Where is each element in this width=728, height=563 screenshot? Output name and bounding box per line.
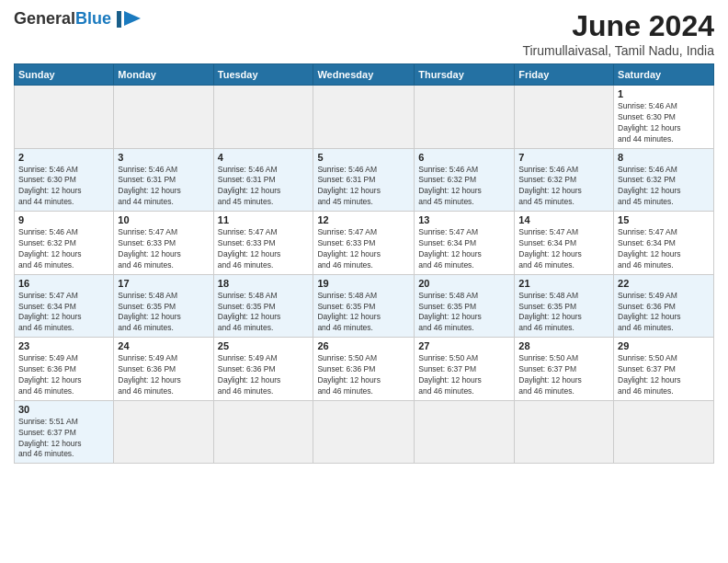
day-info: Sunrise: 5:47 AM Sunset: 6:34 PM Dayligh… xyxy=(518,227,609,271)
calendar-day: 15Sunrise: 5:47 AM Sunset: 6:34 PM Dayli… xyxy=(614,212,714,275)
calendar-day: 12Sunrise: 5:47 AM Sunset: 6:33 PM Dayli… xyxy=(313,212,415,275)
weekday-header-monday: Monday xyxy=(114,64,213,86)
calendar-day: 21Sunrise: 5:48 AM Sunset: 6:35 PM Dayli… xyxy=(515,274,614,338)
logo: GeneralBlue xyxy=(14,9,142,29)
day-number: 28 xyxy=(518,340,609,351)
calendar-day: 6Sunrise: 5:46 AM Sunset: 6:32 PM Daylig… xyxy=(415,148,515,212)
day-number: 12 xyxy=(317,214,410,225)
calendar-day xyxy=(614,400,714,464)
calendar-day: 7Sunrise: 5:46 AM Sunset: 6:32 PM Daylig… xyxy=(515,148,614,212)
day-number: 11 xyxy=(218,214,310,225)
day-number: 13 xyxy=(418,214,510,225)
day-number: 9 xyxy=(18,214,109,225)
day-info: Sunrise: 5:46 AM Sunset: 6:30 PM Dayligh… xyxy=(618,101,710,145)
day-info: Sunrise: 5:47 AM Sunset: 6:34 PM Dayligh… xyxy=(418,227,510,271)
calendar-day: 11Sunrise: 5:47 AM Sunset: 6:33 PM Dayli… xyxy=(213,212,313,275)
weekday-header-thursday: Thursday xyxy=(415,64,515,86)
day-info: Sunrise: 5:47 AM Sunset: 6:34 PM Dayligh… xyxy=(618,227,710,271)
calendar: SundayMondayTuesdayWednesdayThursdayFrid… xyxy=(14,63,714,464)
day-number: 21 xyxy=(518,278,609,289)
calendar-week-row: 16Sunrise: 5:47 AM Sunset: 6:34 PM Dayli… xyxy=(15,274,714,338)
calendar-day xyxy=(313,400,415,464)
calendar-day: 13Sunrise: 5:47 AM Sunset: 6:34 PM Dayli… xyxy=(415,212,515,275)
day-number: 1 xyxy=(618,88,710,99)
weekday-header-row: SundayMondayTuesdayWednesdayThursdayFrid… xyxy=(15,64,714,86)
day-info: Sunrise: 5:50 AM Sunset: 6:36 PM Dayligh… xyxy=(317,353,410,397)
logo-icon xyxy=(115,9,142,29)
day-info: Sunrise: 5:46 AM Sunset: 6:32 PM Dayligh… xyxy=(618,165,710,209)
weekday-header-wednesday: Wednesday xyxy=(313,64,415,86)
day-info: Sunrise: 5:47 AM Sunset: 6:33 PM Dayligh… xyxy=(218,227,310,271)
day-info: Sunrise: 5:48 AM Sunset: 6:35 PM Dayligh… xyxy=(418,291,510,335)
calendar-day: 25Sunrise: 5:49 AM Sunset: 6:36 PM Dayli… xyxy=(213,338,313,401)
day-number: 27 xyxy=(418,340,510,351)
calendar-day: 14Sunrise: 5:47 AM Sunset: 6:34 PM Dayli… xyxy=(515,212,614,275)
calendar-week-row: 9Sunrise: 5:46 AM Sunset: 6:32 PM Daylig… xyxy=(15,212,714,275)
location-title: Tirumullaivasal, Tamil Nadu, India xyxy=(522,43,714,58)
day-info: Sunrise: 5:47 AM Sunset: 6:34 PM Dayligh… xyxy=(18,291,109,335)
calendar-day: 1Sunrise: 5:46 AM Sunset: 6:30 PM Daylig… xyxy=(614,86,714,149)
day-number: 5 xyxy=(317,152,410,163)
day-number: 30 xyxy=(18,404,109,415)
calendar-day xyxy=(415,86,515,149)
calendar-day: 30Sunrise: 5:51 AM Sunset: 6:37 PM Dayli… xyxy=(15,400,114,464)
day-number: 3 xyxy=(118,152,209,163)
calendar-day: 28Sunrise: 5:50 AM Sunset: 6:37 PM Dayli… xyxy=(515,338,614,401)
calendar-week-row: 2Sunrise: 5:46 AM Sunset: 6:30 PM Daylig… xyxy=(15,148,714,212)
day-info: Sunrise: 5:51 AM Sunset: 6:37 PM Dayligh… xyxy=(18,417,109,461)
title-area: June 2024 Tirumullaivasal, Tamil Nadu, I… xyxy=(522,9,714,58)
day-number: 18 xyxy=(218,278,310,289)
calendar-day: 27Sunrise: 5:50 AM Sunset: 6:37 PM Dayli… xyxy=(415,338,515,401)
calendar-day xyxy=(515,400,614,464)
calendar-day: 10Sunrise: 5:47 AM Sunset: 6:33 PM Dayli… xyxy=(114,212,213,275)
day-number: 4 xyxy=(218,152,310,163)
calendar-day: 17Sunrise: 5:48 AM Sunset: 6:35 PM Dayli… xyxy=(114,274,213,338)
day-info: Sunrise: 5:46 AM Sunset: 6:32 PM Dayligh… xyxy=(18,227,109,271)
day-info: Sunrise: 5:47 AM Sunset: 6:33 PM Dayligh… xyxy=(118,227,209,271)
day-info: Sunrise: 5:47 AM Sunset: 6:33 PM Dayligh… xyxy=(317,227,410,271)
day-number: 26 xyxy=(317,340,410,351)
calendar-day: 8Sunrise: 5:46 AM Sunset: 6:32 PM Daylig… xyxy=(614,148,714,212)
weekday-header-saturday: Saturday xyxy=(614,64,714,86)
day-number: 23 xyxy=(18,340,109,351)
calendar-day: 23Sunrise: 5:49 AM Sunset: 6:36 PM Dayli… xyxy=(15,338,114,401)
calendar-day: 22Sunrise: 5:49 AM Sunset: 6:36 PM Dayli… xyxy=(614,274,714,338)
day-info: Sunrise: 5:49 AM Sunset: 6:36 PM Dayligh… xyxy=(18,353,109,397)
day-info: Sunrise: 5:48 AM Sunset: 6:35 PM Dayligh… xyxy=(118,291,209,335)
day-number: 10 xyxy=(118,214,209,225)
day-info: Sunrise: 5:49 AM Sunset: 6:36 PM Dayligh… xyxy=(618,291,710,335)
calendar-week-row: 1Sunrise: 5:46 AM Sunset: 6:30 PM Daylig… xyxy=(15,86,714,149)
day-number: 17 xyxy=(118,278,209,289)
day-info: Sunrise: 5:48 AM Sunset: 6:35 PM Dayligh… xyxy=(218,291,310,335)
svg-marker-0 xyxy=(124,11,141,26)
day-number: 22 xyxy=(618,278,710,289)
day-info: Sunrise: 5:50 AM Sunset: 6:37 PM Dayligh… xyxy=(618,353,710,397)
day-number: 2 xyxy=(18,152,109,163)
calendar-day xyxy=(313,86,415,149)
day-number: 15 xyxy=(618,214,710,225)
day-number: 20 xyxy=(418,278,510,289)
calendar-day: 2Sunrise: 5:46 AM Sunset: 6:30 PM Daylig… xyxy=(15,148,114,212)
calendar-day: 4Sunrise: 5:46 AM Sunset: 6:31 PM Daylig… xyxy=(213,148,313,212)
day-info: Sunrise: 5:50 AM Sunset: 6:37 PM Dayligh… xyxy=(518,353,609,397)
day-number: 8 xyxy=(618,152,710,163)
logo-text: GeneralBlue xyxy=(14,10,111,29)
calendar-day: 24Sunrise: 5:49 AM Sunset: 6:36 PM Dayli… xyxy=(114,338,213,401)
calendar-day: 20Sunrise: 5:48 AM Sunset: 6:35 PM Dayli… xyxy=(415,274,515,338)
calendar-week-row: 23Sunrise: 5:49 AM Sunset: 6:36 PM Dayli… xyxy=(15,338,714,401)
day-number: 29 xyxy=(618,340,710,351)
calendar-day xyxy=(515,86,614,149)
calendar-day: 26Sunrise: 5:50 AM Sunset: 6:36 PM Dayli… xyxy=(313,338,415,401)
calendar-day xyxy=(415,400,515,464)
calendar-day xyxy=(213,86,313,149)
day-number: 7 xyxy=(518,152,609,163)
weekday-header-sunday: Sunday xyxy=(15,64,114,86)
weekday-header-tuesday: Tuesday xyxy=(213,64,313,86)
day-number: 19 xyxy=(317,278,410,289)
month-title: June 2024 xyxy=(522,9,714,43)
calendar-day: 19Sunrise: 5:48 AM Sunset: 6:35 PM Dayli… xyxy=(313,274,415,338)
calendar-day: 9Sunrise: 5:46 AM Sunset: 6:32 PM Daylig… xyxy=(15,212,114,275)
day-number: 6 xyxy=(418,152,510,163)
calendar-day: 3Sunrise: 5:46 AM Sunset: 6:31 PM Daylig… xyxy=(114,148,213,212)
calendar-day: 5Sunrise: 5:46 AM Sunset: 6:31 PM Daylig… xyxy=(313,148,415,212)
